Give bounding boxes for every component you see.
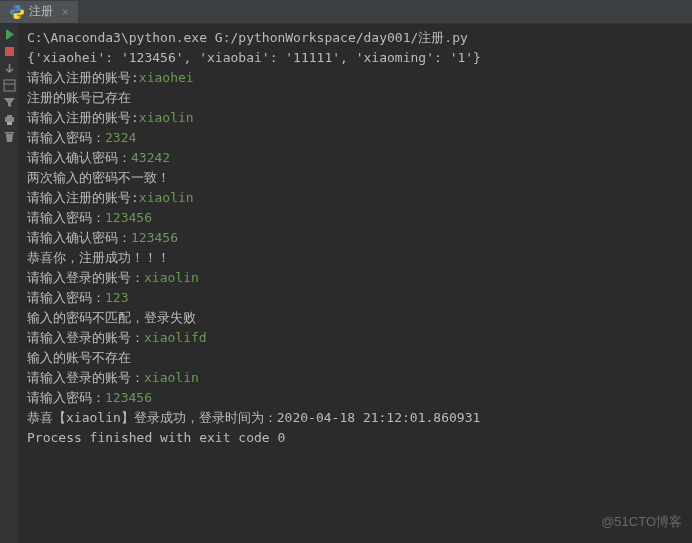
output-text: 请输入确认密码： bbox=[27, 150, 131, 165]
console-line: 请输入注册的账号:xiaolin bbox=[27, 188, 686, 208]
user-input: 123456 bbox=[131, 230, 178, 245]
console-line: 请输入登录的账号：xiaolin bbox=[27, 268, 686, 288]
output-text: 请输入注册的账号: bbox=[27, 70, 139, 85]
svg-rect-1 bbox=[4, 80, 15, 91]
console-line: 输入的账号不存在 bbox=[27, 348, 686, 368]
svg-rect-5 bbox=[7, 122, 12, 125]
console-line: 两次输入的密码不一致！ bbox=[27, 168, 686, 188]
svg-rect-4 bbox=[7, 115, 12, 117]
console-line: 请输入确认密码：123456 bbox=[27, 228, 686, 248]
layout-icon[interactable] bbox=[3, 79, 16, 92]
svg-rect-3 bbox=[5, 117, 14, 122]
console-line: 请输入确认密码：43242 bbox=[27, 148, 686, 168]
output-text: 请输入注册的账号: bbox=[27, 190, 139, 205]
user-input: xiaolifd bbox=[144, 330, 207, 345]
output-text: {'xiaohei': '123456', 'xiaobai': '11111'… bbox=[27, 50, 481, 65]
console-output[interactable]: C:\Anaconda3\python.exe G:/pythonWorkspa… bbox=[21, 24, 692, 452]
user-input: xiaolin bbox=[139, 110, 194, 125]
output-text: 请输入密码： bbox=[27, 130, 105, 145]
console-line: 恭喜【xiaolin】登录成功，登录时间为：2020-04-18 21:12:0… bbox=[27, 408, 686, 428]
output-text: 请输入确认密码： bbox=[27, 230, 131, 245]
down-icon[interactable] bbox=[3, 62, 16, 75]
trash-icon[interactable] bbox=[3, 130, 16, 143]
console-line: 请输入密码：123456 bbox=[27, 388, 686, 408]
filter-icon[interactable] bbox=[3, 96, 16, 109]
tab-register[interactable]: 注册 × bbox=[0, 1, 78, 23]
user-input: 123 bbox=[105, 290, 128, 305]
user-input: 123456 bbox=[105, 390, 152, 405]
console-line: 注册的账号已存在 bbox=[27, 88, 686, 108]
console-line: 恭喜你，注册成功！！！ bbox=[27, 248, 686, 268]
console-line: {'xiaohei': '123456', 'xiaobai': '11111'… bbox=[27, 48, 686, 68]
user-input: 43242 bbox=[131, 150, 170, 165]
tab-label: 注册 bbox=[29, 3, 53, 20]
console-line: 请输入登录的账号：xiaolifd bbox=[27, 328, 686, 348]
watermark: @51CTO博客 bbox=[601, 513, 682, 531]
console-line: 请输入密码：123456 bbox=[27, 208, 686, 228]
output-text: 两次输入的密码不一致！ bbox=[27, 170, 170, 185]
rerun-icon[interactable] bbox=[3, 28, 16, 41]
output-text: C:\Anaconda3\python.exe G:/pythonWorkspa… bbox=[27, 30, 468, 45]
tab-bar: 注册 × bbox=[0, 0, 692, 24]
user-input: 2324 bbox=[105, 130, 136, 145]
user-input: 123456 bbox=[105, 210, 152, 225]
output-text: 恭喜你，注册成功！！！ bbox=[27, 250, 170, 265]
output-text: 恭喜【xiaolin】登录成功，登录时间为：2020-04-18 21:12:0… bbox=[27, 410, 480, 425]
output-text: 请输入密码： bbox=[27, 290, 105, 305]
output-text: 请输入密码： bbox=[27, 210, 105, 225]
svg-rect-0 bbox=[5, 47, 14, 56]
console-line: 请输入注册的账号:xiaohei bbox=[27, 68, 686, 88]
console-line: 请输入登录的账号：xiaolin bbox=[27, 368, 686, 388]
output-text: 请输入登录的账号： bbox=[27, 270, 144, 285]
user-input: xiaolin bbox=[144, 270, 199, 285]
python-icon bbox=[10, 5, 24, 19]
output-text: 输入的密码不匹配，登录失败 bbox=[27, 310, 196, 325]
output-text: 请输入登录的账号： bbox=[27, 330, 144, 345]
user-input: xiaolin bbox=[139, 190, 194, 205]
console-line: 输入的密码不匹配，登录失败 bbox=[27, 308, 686, 328]
print-icon[interactable] bbox=[3, 113, 16, 126]
console-line: C:\Anaconda3\python.exe G:/pythonWorkspa… bbox=[27, 28, 686, 48]
console-line: 请输入密码：2324 bbox=[27, 128, 686, 148]
console-line: 请输入注册的账号:xiaolin bbox=[27, 108, 686, 128]
output-text: 请输入密码： bbox=[27, 390, 105, 405]
close-icon[interactable]: × bbox=[62, 6, 68, 18]
output-text: 注册的账号已存在 bbox=[27, 90, 131, 105]
console-line: Process finished with exit code 0 bbox=[27, 428, 686, 448]
stop-icon[interactable] bbox=[3, 45, 16, 58]
output-text: 请输入注册的账号: bbox=[27, 110, 139, 125]
output-text: Process finished with exit code 0 bbox=[27, 430, 285, 445]
output-text: 请输入登录的账号： bbox=[27, 370, 144, 385]
output-text: 输入的账号不存在 bbox=[27, 350, 131, 365]
console-line: 请输入密码：123 bbox=[27, 288, 686, 308]
user-input: xiaohei bbox=[139, 70, 194, 85]
gutter bbox=[0, 24, 20, 543]
user-input: xiaolin bbox=[144, 370, 199, 385]
